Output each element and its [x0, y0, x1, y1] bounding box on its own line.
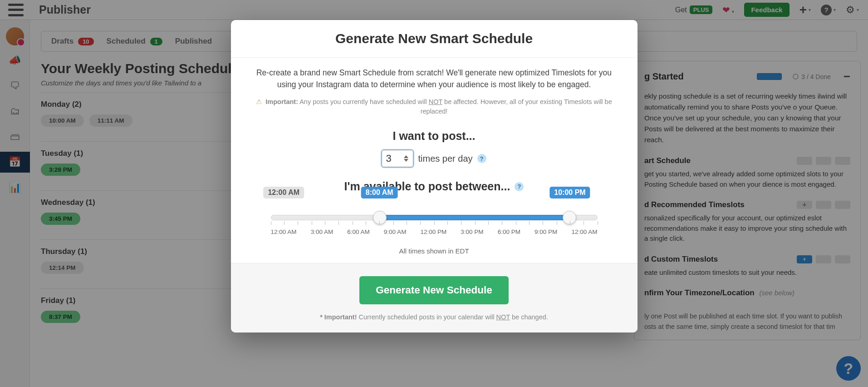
slider-min-bubble: 12:00 AM: [263, 187, 304, 198]
tick-label: 3:00 AM: [311, 228, 333, 235]
slider-tick-labels: 12:00 AM 3:00 AM 6:00 AM 9:00 AM 12:00 P…: [271, 228, 598, 235]
generate-schedule-button[interactable]: Generate New Schedule: [359, 276, 508, 304]
tick-label: 3:00 PM: [461, 228, 483, 235]
info-icon[interactable]: ?: [515, 182, 524, 191]
tick-label: 12:00 AM: [571, 228, 597, 235]
slider-ticks: [271, 221, 598, 226]
info-icon[interactable]: ?: [477, 154, 486, 163]
warning-text: Any posts you currently have scheduled w…: [298, 98, 429, 105]
slider-start-bubble: 8:00 AM: [361, 187, 398, 198]
footnote-not: NOT: [496, 313, 510, 321]
times-per-day-suffix: times per day: [418, 154, 472, 164]
warning-text: be affected. However, all of your existi…: [421, 98, 612, 115]
post-frequency-label: I want to post...: [249, 129, 619, 143]
input-value: 3: [386, 153, 391, 164]
warning-icon: ⚠: [256, 98, 262, 105]
modal-lead: Re-create a brand new Smart Schedule fro…: [249, 67, 619, 91]
modal-overlay[interactable]: Generate New Smart Schedule Re-create a …: [0, 0, 868, 387]
step-up-icon[interactable]: [404, 155, 408, 158]
tick-label: 12:00 PM: [420, 228, 446, 235]
warning-label: Important:: [265, 98, 298, 105]
times-per-day-input[interactable]: 3: [382, 150, 413, 167]
modal-footnote: * Important! Currently scheduled posts i…: [249, 313, 619, 322]
tick-label: 6:00 PM: [498, 228, 520, 235]
modal-title: Generate New Smart Schedule: [245, 31, 624, 46]
footnote-label: * Important!: [320, 313, 357, 321]
footnote-text: Currently scheduled posts in your calend…: [357, 313, 496, 321]
tick-label: 9:00 AM: [384, 228, 407, 235]
tick-label: 6:00 AM: [347, 228, 370, 235]
tick-label: 9:00 PM: [535, 228, 557, 235]
tick-label: 12:00 AM: [271, 228, 297, 235]
modal-warning: ⚠ Important: Any posts you currently hav…: [249, 97, 619, 117]
time-range-slider[interactable]: 12:00 AM 8:00 AM 10:00 PM 12:00 AM 3:00 …: [271, 202, 598, 235]
slider-end-bubble: 10:00 PM: [549, 187, 590, 198]
warning-not: NOT: [429, 98, 442, 105]
smart-schedule-modal: Generate New Smart Schedule Re-create a …: [231, 20, 638, 332]
step-down-icon[interactable]: [404, 159, 408, 162]
footnote-text: be changed.: [510, 313, 548, 321]
timezone-hint: All times shown in EDT: [249, 247, 619, 255]
